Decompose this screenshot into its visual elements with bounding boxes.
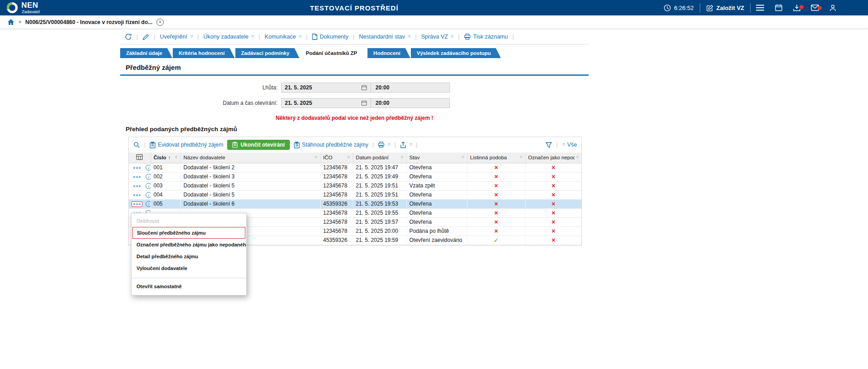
column-header-cislo[interactable]: Číslo — [154, 155, 166, 160]
calendar-icon[interactable] — [361, 100, 367, 106]
cell-text: 21. 5. 2025 19:51 — [356, 192, 398, 198]
row-info-icon[interactable]: i — [146, 165, 151, 171]
column-header-datum[interactable]: Datum podání — [356, 155, 389, 160]
chevron-down-icon: ▽ — [408, 35, 410, 39]
context-menu-item-5[interactable]: Vyloučení dodavatele — [132, 262, 246, 274]
context-menu-item-6[interactable]: Otevřít samostatně — [132, 280, 246, 292]
column-header-listinna[interactable]: Listinná podoba — [470, 155, 507, 160]
breadcrumb-current-item[interactable]: N006/25/V00004860 - Inovace v rozvoji ří… — [25, 19, 152, 25]
chevron-down-icon: ▽ — [562, 143, 565, 147]
cross-icon: × — [494, 182, 498, 189]
nen-logo[interactable]: NEN Zadavatel — [6, 1, 40, 14]
row-actions-icon[interactable] — [132, 174, 142, 180]
cell-text: Otevření zaevidováno — [410, 237, 463, 243]
table-row-5[interactable]: i005Dodavatel - školení 64535932621. 5. … — [129, 199, 581, 208]
brand-name: NEN — [21, 1, 40, 9]
column-filter-icon[interactable]: ▽ — [347, 156, 350, 159]
lhuta-date-field[interactable]: 21. 5. 2025 — [282, 83, 371, 92]
column-filter-icon[interactable]: ▽ — [462, 156, 464, 159]
toolbar-item-label: Správa VZ — [421, 34, 448, 40]
cell-text: 45359326 — [323, 237, 347, 243]
separator: | — [372, 142, 374, 148]
row-actions-icon[interactable] — [132, 202, 142, 207]
grid-toolbar: | Evidovat předběžný zájem Ukon — [129, 137, 581, 153]
export-menu-button[interactable]: ▽ — [400, 142, 412, 148]
column-header-nepodany[interactable]: Označen jako nepodaný — [528, 155, 575, 160]
oteviranie-time-field[interactable]: 20:00 — [371, 98, 449, 108]
print-menu-button[interactable]: ▽ — [378, 142, 390, 148]
column-filter-icon[interactable]: ▽ — [175, 156, 177, 159]
record-toolbar-item-1[interactable]: Uveřejnění▽ — [160, 34, 193, 40]
row-info-icon[interactable]: i — [146, 174, 151, 180]
row-info-icon[interactable]: i — [146, 192, 151, 198]
calendar-icon[interactable] — [361, 84, 367, 91]
table-header-row: Číslo ↑ ▽ Název dodavatele ▽ IČO ▽ Datum… — [129, 153, 581, 163]
row-info-icon[interactable]: i — [146, 183, 151, 189]
record-toolbar-item-5[interactable]: Nestandardní stav▽ — [359, 34, 411, 40]
oteviranie-date-field[interactable]: 21. 5. 2025 — [282, 98, 371, 108]
row-actions-icon[interactable] — [132, 165, 142, 171]
table-row-4[interactable]: i004Dodavatel - školení 51234567821. 5. … — [129, 190, 581, 199]
tab-1[interactable]: Základní údaje — [120, 48, 172, 58]
separator: | — [144, 142, 146, 148]
mail-icon[interactable] — [806, 5, 824, 11]
column-header-ico[interactable]: IČO — [323, 155, 332, 160]
calendar-icon[interactable] — [770, 4, 788, 12]
chevron-down-icon: ▽ — [299, 35, 301, 39]
column-header-nazev[interactable]: Název dodavatele — [184, 155, 225, 160]
table-row-2[interactable]: i002Dodavatel - školení 31234567821. 5. … — [129, 172, 581, 181]
record-toolbar-item-2[interactable]: Úkony zadavatele▽ — [204, 34, 254, 40]
column-header-stav[interactable]: Stav — [410, 155, 420, 160]
cell-text: 21. 5. 2025 19:51 — [356, 182, 398, 189]
filter-funnel-icon[interactable] — [546, 142, 552, 148]
column-filter-icon[interactable]: ▽ — [315, 156, 317, 159]
column-filter-icon[interactable]: ▽ — [576, 156, 579, 159]
column-filter-icon[interactable]: ▽ — [401, 156, 403, 159]
history-icon[interactable] — [125, 33, 132, 40]
tab-5[interactable]: Hodnocení — [367, 48, 410, 58]
tab-2[interactable]: Kritéria hodnocení — [173, 48, 235, 58]
record-toolbar-item-6[interactable]: Správa VZ▽ — [421, 34, 454, 40]
record-toolbar-item-4[interactable]: Dokumenty — [312, 34, 348, 40]
user-icon[interactable] — [824, 4, 842, 12]
row-actions-icon[interactable] — [132, 183, 142, 189]
hamburger-menu-icon[interactable] — [751, 4, 770, 11]
tab-3[interactable]: Zadávací podmínky — [235, 48, 300, 58]
separator: | — [353, 34, 354, 40]
row-actions-icon[interactable] — [132, 192, 142, 198]
stahnout-button[interactable]: Stáhnout předběžné zájmy — [294, 142, 368, 148]
record-toolbar-item-7[interactable]: Tisk záznamu — [464, 34, 508, 40]
cell-text: 001 — [154, 164, 163, 171]
downloads-icon[interactable] — [788, 4, 806, 12]
cell-text: 21. 5. 2025 19:55 — [356, 210, 398, 216]
session-clock: 6:26:52 — [658, 4, 699, 12]
search-icon[interactable] — [133, 142, 140, 148]
context-menu-item-2[interactable]: Sloučení předběžného zájmu — [132, 227, 245, 239]
tab-4[interactable]: Podání účastníků ZP — [300, 48, 367, 58]
topbar-actions: 6:26:52 Založit VZ — [658, 0, 868, 15]
separator: | — [154, 34, 155, 40]
context-menu-item-4[interactable]: Detail předběžného zájmu — [132, 251, 246, 262]
evidovat-button[interactable]: Evidovat předběžný zájem — [150, 142, 223, 148]
column-filter-icon[interactable]: ▽ — [520, 156, 522, 159]
view-all-dropdown[interactable]: ▽ Vše — [561, 142, 577, 148]
table-row-1[interactable]: i001Dodavatel - školení 21234567821. 5. … — [129, 163, 581, 172]
deadline-form: Lhůta: 21. 5. 2025 20:00 Datum a čas ote… — [120, 83, 589, 108]
export-icon — [400, 142, 406, 148]
context-menu-item-3[interactable]: Označení předběžného zájmu jako nepodané… — [132, 239, 246, 251]
record-toolbar-item-3[interactable]: Komunikace▽ — [265, 34, 302, 40]
create-vz-button[interactable]: Založit VZ — [700, 4, 750, 12]
close-icon[interactable]: × — [156, 19, 164, 26]
column-chooser-icon[interactable] — [136, 154, 143, 160]
row-info-icon[interactable]: i — [146, 201, 151, 207]
chevron-down-icon: ▽ — [410, 143, 412, 147]
toolbar-item-label: Tisk záznamu — [473, 34, 508, 40]
home-icon[interactable] — [7, 19, 15, 25]
table-row-3[interactable]: i003Dodavatel - školení 51234567821. 5. … — [129, 181, 581, 190]
tab-6[interactable]: Výsledek zadávacího postupu — [411, 48, 501, 58]
cross-icon: × — [551, 200, 555, 207]
breadcrumb: > N006/25/V00004860 - Inovace v rozvoji … — [0, 15, 868, 29]
ukoncit-oteviranie-button[interactable]: Ukončit otevírání — [227, 140, 289, 150]
lhuta-time-field[interactable]: 20:00 — [371, 83, 449, 92]
edit-pencil-icon[interactable] — [142, 34, 149, 40]
